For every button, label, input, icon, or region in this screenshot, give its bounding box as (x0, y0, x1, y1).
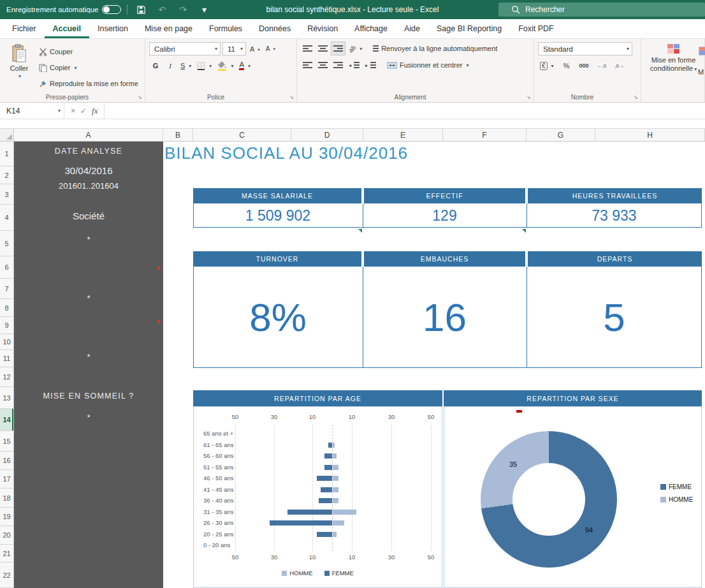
decrease-decimal-button[interactable]: ,0→ (613, 59, 626, 72)
column-header-C[interactable]: C (193, 129, 291, 141)
row-header-2[interactable]: 2 (0, 166, 13, 184)
dialog-launcher-icon[interactable]: ↘ (633, 94, 638, 100)
row-header-3[interactable]: 3 (0, 184, 13, 205)
kpi-value[interactable]: 8% (193, 267, 363, 368)
select-all-corner[interactable] (0, 129, 14, 141)
italic-button[interactable]: I (164, 59, 177, 72)
row-header-9[interactable]: 9 (0, 317, 13, 334)
percent-style-button[interactable]: % (560, 59, 573, 72)
increase-decimal-button[interactable]: ←,0 (595, 59, 609, 72)
kpi-row-2[interactable]: TURNOVER8%EMBAUCHES16DEPARTS5 (193, 251, 702, 368)
row-header-8[interactable]: 8 (0, 299, 13, 317)
search-box[interactable]: Rechercher (498, 3, 705, 17)
dialog-launcher-icon[interactable]: ↘ (137, 94, 142, 100)
tab-donn-es[interactable]: Données (251, 19, 299, 38)
kpi-value[interactable]: 1 509 902 (193, 203, 363, 228)
kpi-value[interactable]: 16 (363, 267, 527, 368)
tab-affichage[interactable]: Affichage (346, 19, 396, 38)
row-header-17[interactable]: 17 (0, 470, 13, 489)
sidebar-panel[interactable]: DATE ANALYSE30/04/2016201601..201604Soci… (14, 142, 163, 588)
number-format-select[interactable]: Standard▾ (538, 42, 632, 55)
column-header-A[interactable]: A (14, 129, 163, 141)
tab-mise-en-page[interactable]: Mise en page (136, 19, 201, 38)
paste-button[interactable]: Coller ▾ (4, 42, 34, 92)
conditional-formatting-button[interactable]: Mise en forme conditionnelle▾ (645, 42, 702, 72)
save-icon[interactable] (133, 3, 149, 16)
borders-button[interactable]: ▾ (195, 59, 214, 72)
align-middle-button[interactable] (316, 42, 330, 55)
column-header-H[interactable]: H (595, 129, 705, 141)
fill-color-button[interactable]: ▾ (215, 59, 235, 72)
cancel-icon[interactable]: × (71, 107, 75, 115)
autosave-control[interactable]: Enregistrement automatique (6, 5, 121, 14)
enter-icon[interactable]: ✓ (80, 107, 87, 115)
tab-sage-bi-reporting[interactable]: Sage BI Reporting (428, 19, 510, 38)
row-header-19[interactable]: 19 (0, 508, 13, 526)
tab-formules[interactable]: Formules (201, 19, 251, 38)
orientation-button[interactable]: ab▾ (347, 42, 364, 55)
kpi-value[interactable]: 5 (527, 267, 702, 368)
row-header-22[interactable]: 22 (0, 562, 13, 588)
row-header-21[interactable]: 21 (0, 545, 13, 562)
align-center-button[interactable] (316, 59, 330, 71)
row-header-10[interactable]: 10 (0, 334, 13, 350)
kpi-value[interactable]: 73 933 (527, 203, 702, 228)
redo-icon[interactable]: ↷ (175, 3, 191, 16)
row-header-16[interactable]: 16 (0, 452, 13, 470)
column-header-D[interactable]: D (291, 129, 363, 141)
row-header-11[interactable]: 11 (0, 350, 13, 367)
tab-aide[interactable]: Aide (396, 19, 428, 38)
column-header-F[interactable]: F (443, 129, 527, 141)
dialog-launcher-icon[interactable]: ↘ (526, 94, 531, 100)
column-header-B[interactable]: B (163, 129, 193, 141)
increase-font-button[interactable]: A▴ (248, 43, 262, 55)
merge-center-button[interactable]: Fusionner et centrer▾ (385, 59, 470, 71)
row-header-18[interactable]: 18 (0, 489, 13, 508)
row-header-20[interactable]: 20 (0, 526, 13, 545)
accounting-format-button[interactable]: €▾ (538, 59, 556, 72)
undo-icon[interactable]: ↶ (154, 3, 170, 16)
kpi-value[interactable]: 129 (363, 203, 527, 228)
row-header-15[interactable]: 15 (0, 431, 13, 452)
row-header-1[interactable]: 1 (0, 142, 13, 166)
kpi-row-1[interactable]: MASSE SALARIALE1 509 902EFFECTIF129HEURE… (193, 188, 702, 228)
tab-accueil[interactable]: Accueil (45, 19, 89, 38)
column-header-E[interactable]: E (363, 129, 443, 141)
column-header-G[interactable]: G (527, 129, 595, 141)
decrease-font-button[interactable]: A▾ (264, 43, 277, 55)
row-header-5[interactable]: 5 (0, 231, 13, 256)
formula-input[interactable] (105, 103, 705, 119)
font-name-select[interactable]: Calibri▾ (149, 42, 221, 55)
wrap-text-button[interactable]: Renvoyer à la ligne automatiquement (371, 42, 499, 55)
copy-button[interactable]: Copier▾ (37, 61, 140, 74)
quick-access-chevron-icon[interactable]: ▾ (196, 3, 212, 16)
align-right-button[interactable] (331, 59, 345, 71)
bold-button[interactable]: G (149, 59, 162, 72)
font-size-select[interactable]: 11▾ (222, 42, 246, 55)
sheet-grid[interactable]: DATE ANALYSE30/04/2016201601..201604Soci… (14, 142, 705, 588)
font-color-button[interactable]: A▾ (237, 59, 252, 72)
row-header-7[interactable]: 7 (0, 279, 13, 299)
row-header-6[interactable]: 6 (0, 256, 13, 279)
tab-r-vision[interactable]: Révision (299, 19, 346, 38)
insert-function-icon[interactable]: fx (92, 106, 98, 116)
decrease-indent-button[interactable]: ◂ (347, 59, 361, 71)
align-bottom-button[interactable] (331, 42, 345, 55)
name-box[interactable]: K14 ▾ (0, 103, 64, 119)
underline-button[interactable]: S▾ (178, 59, 193, 72)
age-pyramid-chart[interactable]: 50503030101010103030505065 ans et +61 - … (193, 406, 442, 588)
row-header-13[interactable]: 13 (0, 387, 13, 409)
row-header-12[interactable]: 12 (0, 367, 13, 387)
increase-indent-button[interactable]: ▸ (363, 59, 378, 71)
row-header-4[interactable]: 4 (0, 205, 13, 231)
dialog-launcher-icon[interactable]: ↘ (289, 94, 294, 100)
truncated-button[interactable]: M (698, 68, 705, 76)
align-top-button[interactable] (301, 42, 314, 55)
tab-foxit-pdf[interactable]: Foxit PDF (510, 19, 562, 38)
cut-button[interactable]: Couper (37, 45, 140, 58)
row-header-14[interactable]: 14 (0, 409, 13, 431)
format-painter-button[interactable]: Reproduire la mise en forme (37, 77, 140, 90)
tab-insertion[interactable]: Insertion (89, 19, 136, 38)
autosave-toggle[interactable] (102, 5, 121, 14)
align-left-button[interactable] (301, 59, 314, 71)
